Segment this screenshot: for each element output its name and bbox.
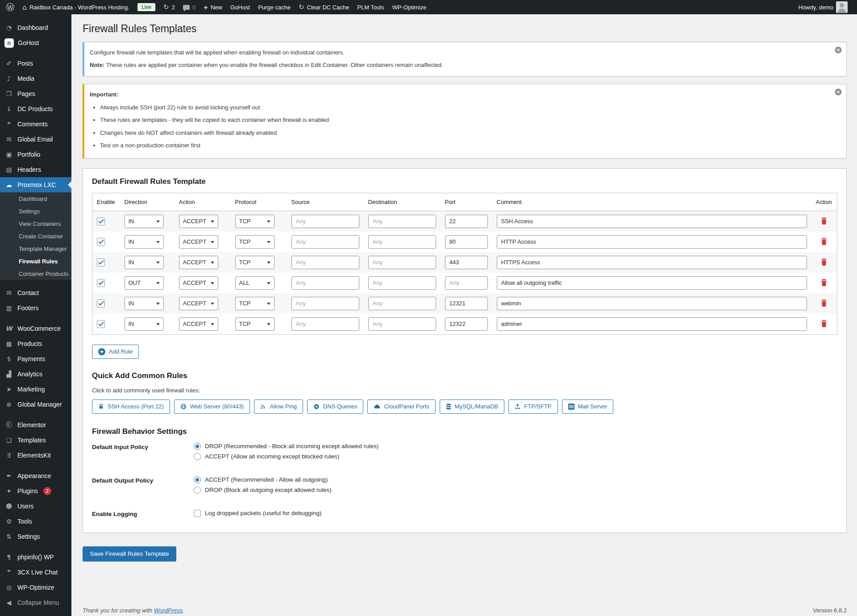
enable-checkbox[interactable] <box>97 300 105 308</box>
delete-rule-button[interactable] <box>819 258 829 266</box>
quick-add-mysql-button[interactable]: MySQL/MariaDB <box>440 400 505 414</box>
my-account-link[interactable]: Howdy, demo <box>794 0 852 14</box>
comment-input[interactable] <box>497 276 807 290</box>
checkbox-unchecked-icon[interactable] <box>194 510 201 517</box>
sidebar-item-pages[interactable]: ❐ Pages <box>0 86 71 101</box>
sidebar-subitem-dashboard[interactable]: Dashboard <box>0 192 71 205</box>
new-content-link[interactable]: +New <box>200 0 226 14</box>
radio-selected-icon[interactable] <box>194 443 201 450</box>
protocol-select[interactable]: TCP <box>235 235 275 249</box>
quick-add-web-server-button[interactable]: Web Server (80/443) <box>174 400 250 414</box>
sidebar-item-portfolio[interactable]: ▣ Portfolio <box>0 147 71 162</box>
enable-checkbox[interactable] <box>97 217 105 225</box>
destination-input[interactable] <box>368 317 436 331</box>
protocol-select[interactable]: TCP <box>235 256 275 269</box>
comment-input[interactable] <box>497 297 807 310</box>
direction-select[interactable]: IN <box>125 215 164 228</box>
sidebar-item-plugins[interactable]: ✦ Plugins 2 <box>0 483 71 499</box>
sidebar-item-gohost[interactable]: ≡ GoHost <box>0 35 71 50</box>
sidebar-subitem-view-containers[interactable]: View Containers <box>0 217 71 230</box>
purge-cache-link[interactable]: Purge cache <box>254 0 295 14</box>
delete-rule-button[interactable] <box>819 299 829 308</box>
quick-add-ssh-button[interactable]: SSH Access (Port 22) <box>92 400 170 414</box>
sidebar-item-media[interactable]: ♪ Media <box>0 71 71 86</box>
comment-input[interactable] <box>497 317 807 331</box>
sidebar-item-products[interactable]: ▦ Products <box>0 336 71 351</box>
sidebar-subitem-settings[interactable]: Settings <box>0 205 71 217</box>
clear-dc-cache-link[interactable]: ↻Clear DC Cache <box>295 0 353 14</box>
sidebar-item-users[interactable]: ☻ Users <box>0 499 71 514</box>
sidebar-item-appearance[interactable]: ✒ Appearance <box>0 468 71 483</box>
delete-rule-button[interactable] <box>819 237 829 246</box>
sidebar-item-footers[interactable]: ▥ Footers <box>0 300 71 316</box>
source-input[interactable] <box>291 235 359 249</box>
sidebar-item-contact[interactable]: ✉ Contact <box>0 285 71 300</box>
sidebar-item-comments[interactable]: ❝ Comments <box>0 117 71 132</box>
sidebar-item-tools[interactable]: ⚙ Tools <box>0 514 71 529</box>
quick-add-ftp-button[interactable]: FTP/SFTP <box>508 400 557 414</box>
enable-checkbox[interactable] <box>97 320 105 328</box>
source-input[interactable] <box>291 215 359 228</box>
destination-input[interactable] <box>368 215 436 228</box>
comment-input[interactable] <box>497 215 807 228</box>
plm-tools-link[interactable]: PLM Tools <box>353 0 388 14</box>
source-input[interactable] <box>291 317 359 331</box>
gohost-link[interactable]: GoHost <box>226 0 254 14</box>
sidebar-item-elementskit[interactable]: Ǝ ElementsKit <box>0 448 71 463</box>
output-policy-accept-option[interactable]: ACCEPT (Recommended - Allow all outgoing… <box>194 476 331 483</box>
port-input[interactable] <box>445 276 488 290</box>
sidebar-item-phpinfo-wp[interactable]: ¶ phpinfo() WP <box>0 549 71 565</box>
dismiss-notice-button[interactable] <box>835 46 842 54</box>
add-rule-button[interactable]: Add Rule <box>92 345 139 359</box>
sidebar-item-templates[interactable]: ❏ Templates <box>0 433 71 448</box>
input-policy-accept-option[interactable]: ACCEPT (Allow all incoming except blocke… <box>194 453 379 460</box>
sidebar-subitem-container-products[interactable]: Container Products <box>0 267 71 280</box>
radio-icon[interactable] <box>194 487 201 494</box>
enable-checkbox[interactable] <box>97 258 105 266</box>
site-name-link[interactable]: ⌂Raidbox Canada - WordPress Hosting. <box>18 0 133 14</box>
enable-checkbox[interactable] <box>97 238 105 246</box>
action-select[interactable]: ACCEPT <box>179 276 219 290</box>
wordpress-logo-menu[interactable]: Ⓦ <box>2 0 18 14</box>
output-policy-drop-option[interactable]: DROP (Block all outgoing except allowed … <box>194 487 331 494</box>
comments-link[interactable]: 0 <box>179 0 200 14</box>
protocol-select[interactable]: ALL <box>235 276 275 290</box>
sidebar-item-global-manager[interactable]: ⊛ Global Manager <box>0 397 71 412</box>
port-input[interactable] <box>445 235 488 249</box>
protocol-select[interactable]: TCP <box>235 317 275 331</box>
sidebar-item-analytics[interactable]: ▟ Analytics <box>0 366 71 382</box>
sidebar-subitem-firewall-rules[interactable]: Firewall Rules <box>0 255 71 267</box>
logging-option[interactable]: Log dropped packets (useful for debuggin… <box>194 510 321 517</box>
sidebar-item-wp-optimize[interactable]: ◎ WP-Optimize <box>0 580 71 595</box>
action-select[interactable]: ACCEPT <box>179 215 219 228</box>
dismiss-notice-button[interactable] <box>835 88 842 96</box>
input-policy-drop-option[interactable]: DROP (Recommended - Block all incoming e… <box>194 443 379 450</box>
protocol-select[interactable]: TCP <box>235 297 275 310</box>
source-input[interactable] <box>291 297 359 310</box>
source-input[interactable] <box>291 276 359 290</box>
quick-add-dns-button[interactable]: DNS Queries <box>307 400 364 414</box>
sidebar-item-dc-products[interactable]: ⇓ DC Products <box>0 101 71 117</box>
sidebar-item-marketing[interactable]: ➤ Marketing <box>0 382 71 397</box>
enable-checkbox[interactable] <box>97 279 105 287</box>
destination-input[interactable] <box>368 276 436 290</box>
delete-rule-button[interactable] <box>819 216 829 225</box>
sidebar-subitem-create-container[interactable]: Create Container <box>0 230 71 242</box>
sidebar-item-payments[interactable]: $ Payments <box>0 351 71 366</box>
wordpress-link[interactable]: WordPress <box>154 607 183 614</box>
direction-select[interactable]: IN <box>125 317 164 331</box>
action-select[interactable]: ACCEPT <box>179 235 219 249</box>
sidebar-item-headers[interactable]: ▤ Headers <box>0 162 71 177</box>
protocol-select[interactable]: TCP <box>235 215 275 228</box>
action-select[interactable]: ACCEPT <box>179 256 219 269</box>
destination-input[interactable] <box>368 256 436 269</box>
radio-icon[interactable] <box>194 453 201 460</box>
comment-input[interactable] <box>497 256 807 269</box>
sidebar-item-elementor[interactable]: Ⓔ Elementor <box>0 417 71 433</box>
sidebar-item-proxmox-lxc[interactable]: ☁ Proxmox LXC <box>0 177 71 192</box>
sidebar-item-woocommerce[interactable]: W WooCommerce <box>0 321 71 336</box>
sidebar-item-collapse-menu[interactable]: ◀ Collapse Menu <box>0 595 71 610</box>
sidebar-item-dashboard[interactable]: ◔ Dashboard <box>0 20 71 35</box>
delete-rule-button[interactable] <box>819 319 829 328</box>
port-input[interactable] <box>445 297 488 310</box>
